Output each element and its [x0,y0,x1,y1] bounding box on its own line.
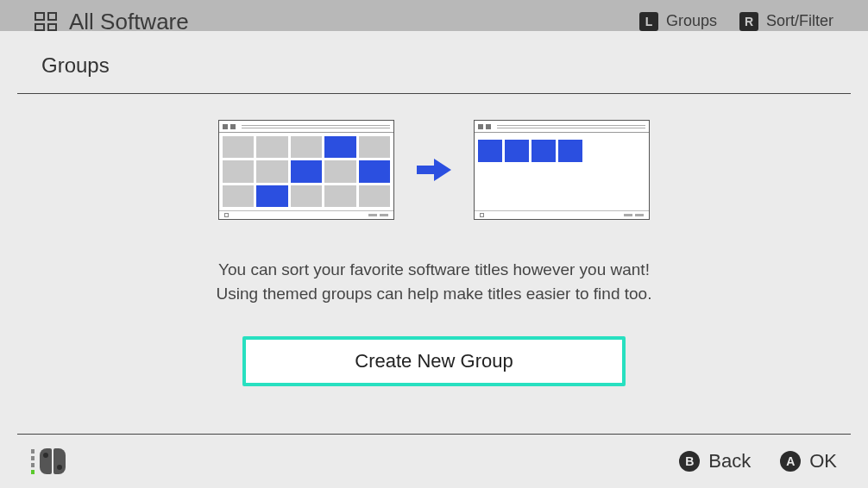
illustration-row [218,120,650,220]
divider [17,93,851,94]
modal-content: You can sort your favorite software titl… [0,94,868,386]
illustration-after [474,120,650,220]
back-label: Back [708,450,751,472]
back-button[interactable]: B Back [679,450,751,472]
a-button-icon: A [780,451,801,472]
grid-icon [35,12,57,31]
illustration-before [218,120,394,220]
bg-action-groups: L Groups [639,12,717,31]
b-button-icon: B [679,451,700,472]
create-new-group-button[interactable]: Create New Group [242,336,626,386]
background-actions: L Groups R Sort/Filter [639,12,833,31]
description: You can sort your favorite software titl… [217,258,652,305]
ok-button[interactable]: A OK [780,450,837,472]
ok-label: OK [809,450,837,472]
l-key-icon: L [639,12,658,31]
description-line-2: Using themed groups can help make titles… [217,282,652,306]
arrow-right-icon [417,157,451,183]
footer-bar: B Back A OK [0,435,868,488]
description-line-1: You can sort your favorite software titl… [217,258,652,282]
groups-modal: Groups [0,31,868,488]
controller-status-icon [31,448,66,474]
modal-title: Groups [0,31,868,93]
r-key-icon: R [739,12,758,31]
svg-marker-0 [417,159,451,181]
bg-action-sort: R Sort/Filter [739,12,833,31]
